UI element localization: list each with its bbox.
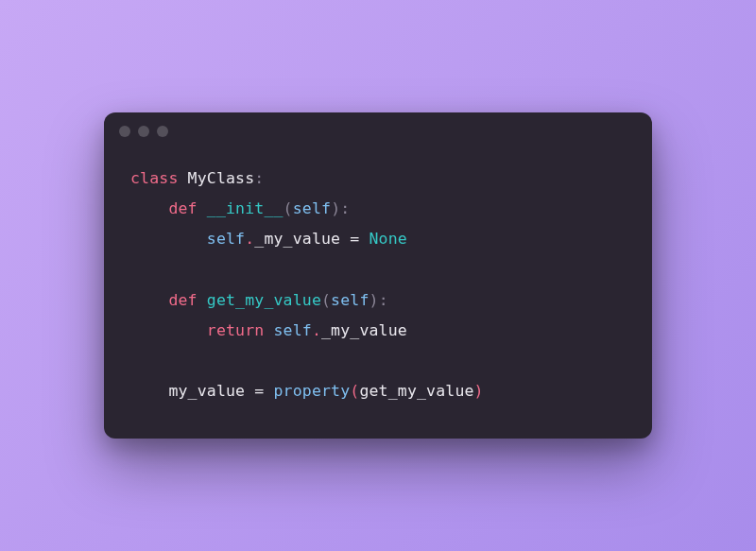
code-window: class MyClass: def __init__(self): self.… xyxy=(104,112,652,439)
keyword-class: class xyxy=(130,169,179,187)
paren-close: ) xyxy=(369,291,379,309)
var-myvalue: my_value xyxy=(168,382,245,400)
class-name: MyClass xyxy=(188,169,255,187)
keyword-def: def xyxy=(168,199,197,217)
colon: : xyxy=(379,291,388,309)
method-get: get_my_value xyxy=(207,291,321,309)
method-init: __init__ xyxy=(207,199,284,217)
none-literal: None xyxy=(369,230,407,248)
paren-close: ) xyxy=(331,199,340,217)
arg-getter: get_my_value xyxy=(359,382,473,400)
traffic-light-zoom-icon[interactable] xyxy=(157,126,168,137)
keyword-def: def xyxy=(168,291,197,309)
attr-myvalue: _my_value xyxy=(254,230,340,248)
colon: : xyxy=(340,199,350,217)
self-param: self xyxy=(331,291,369,309)
traffic-light-close-icon[interactable] xyxy=(119,126,130,137)
assign-eq: = xyxy=(340,230,369,248)
attr-myvalue: _my_value xyxy=(321,321,407,339)
paren-open: ( xyxy=(350,382,359,400)
window-titlebar xyxy=(104,112,652,150)
paren-open: ( xyxy=(321,291,331,309)
paren-close: ) xyxy=(474,382,484,400)
assign-eq: = xyxy=(245,382,273,400)
traffic-light-minimize-icon[interactable] xyxy=(138,126,149,137)
dot-op: . xyxy=(312,321,321,339)
property-builtin: property xyxy=(274,382,351,400)
self-ref: self xyxy=(207,230,245,248)
dot-op: . xyxy=(245,230,254,248)
self-ref: self xyxy=(274,321,312,339)
colon: : xyxy=(254,169,264,187)
keyword-return: return xyxy=(207,321,265,339)
self-param: self xyxy=(293,199,331,217)
paren-open: ( xyxy=(284,199,293,217)
code-block: class MyClass: def __init__(self): self.… xyxy=(104,150,652,439)
